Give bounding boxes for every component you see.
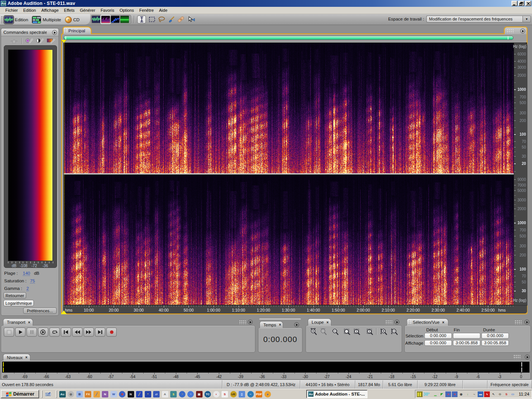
selvue-field-affichage-fin[interactable]: 3:00:05.858 xyxy=(453,340,480,346)
tray-pc-x2-icon[interactable]: × xyxy=(452,391,458,397)
play-button[interactable] xyxy=(15,328,25,337)
minimize-button[interactable] xyxy=(511,1,518,6)
quicklaunch-fdx-icon[interactable]: FX xyxy=(85,391,91,397)
scrub-tool[interactable] xyxy=(187,15,195,24)
hue-pen-icon[interactable] xyxy=(25,38,33,44)
tray-pc-x1-icon[interactable]: × xyxy=(445,391,451,397)
menu-affichage[interactable]: Affichage xyxy=(39,7,62,13)
tray-disk-green-icon[interactable]: ↓ xyxy=(465,391,470,397)
marquee-selection-tool[interactable] xyxy=(147,15,156,24)
stop-button[interactable] xyxy=(4,328,14,337)
quicklaunch-camera-red-icon[interactable]: ▣ xyxy=(196,391,203,397)
gradient-pen-icon[interactable] xyxy=(47,38,55,44)
transport-tab-close[interactable]: × xyxy=(28,320,30,325)
go-to-end-button[interactable] xyxy=(95,328,105,337)
quicklaunch-globe-orange-icon[interactable]: ◔ xyxy=(179,391,185,397)
horizontal-zoom-scrollbar[interactable] xyxy=(63,36,513,40)
transport-menu-button[interactable] xyxy=(248,320,253,325)
lasso-selection-tool[interactable] xyxy=(157,15,166,24)
quicklaunch-irfanview-icon[interactable]: ◖ xyxy=(213,391,220,397)
loupe-tab-close[interactable]: × xyxy=(326,320,329,325)
menu-options[interactable]: Options xyxy=(117,7,137,13)
selvue-field-affichage-debut[interactable]: 0:00.000 xyxy=(424,340,452,346)
menu-fentre[interactable]: Fenêtre xyxy=(137,7,157,13)
plage-value[interactable]: 140 xyxy=(23,271,30,276)
quicklaunch-globe-blue-icon[interactable]: ◔ xyxy=(187,391,194,397)
record-button[interactable] xyxy=(106,328,117,337)
level-meter[interactable] xyxy=(2,361,530,373)
menu-favoris[interactable]: Favoris xyxy=(98,7,117,13)
zoom-out-vertical-button[interactable] xyxy=(390,327,399,336)
tray-monitor-blue-icon[interactable]: ▬ xyxy=(478,391,483,397)
tray-lightning-red-icon[interactable]: ϟ xyxy=(484,391,490,397)
tray-cursor-spark-icon[interactable]: ↖ xyxy=(491,391,496,397)
fast-forward-button[interactable] xyxy=(84,328,94,337)
niveaux-tab-close[interactable]: × xyxy=(25,355,28,359)
time-selection-tool[interactable] xyxy=(137,15,146,24)
retourner-button[interactable]: Retourner xyxy=(3,292,26,299)
quicklaunch-adobe-audition-icon[interactable]: Au xyxy=(59,391,66,397)
prism-icon[interactable] xyxy=(10,38,18,44)
quicklaunch-media-player-icon[interactable]: ◕ xyxy=(264,391,271,397)
loupe-tab[interactable]: Loupe × xyxy=(308,318,331,326)
spectral-panel-header[interactable]: Commandes spectrales xyxy=(1,28,59,36)
rewind-button[interactable] xyxy=(72,328,82,337)
quicklaunch-starburst-icon[interactable]: * xyxy=(145,391,151,397)
restore-button[interactable] xyxy=(518,1,524,6)
temps-dock-gripper[interactable] xyxy=(259,318,301,320)
start-button[interactable]: Démarrer xyxy=(1,390,39,398)
quicklaunch-ticket-icon[interactable]: ▱ xyxy=(153,391,160,397)
zoom-out-horizontal-button[interactable] xyxy=(319,327,328,336)
loupe-menu-button[interactable] xyxy=(394,320,399,325)
quicklaunch-openoffice-icon[interactable]: ~ xyxy=(247,391,254,397)
tray-speaker-icon[interactable]: ◉ xyxy=(458,391,464,397)
zoom-to-selection-left-button[interactable] xyxy=(352,327,362,336)
preferences-button[interactable]: Préférences... xyxy=(23,307,57,314)
tray-flag-green-icon[interactable]: ◤ xyxy=(439,391,445,397)
contrast-pen-icon[interactable] xyxy=(36,38,44,44)
workspace-select[interactable]: Modification de l'espacement des fréquen… xyxy=(426,16,522,22)
channel-separator[interactable] xyxy=(64,173,514,175)
spectral-panel-menu-button[interactable] xyxy=(52,30,57,35)
zoom-in-vertical-button[interactable] xyxy=(379,327,389,336)
menu-effets[interactable]: Effets xyxy=(61,7,77,13)
quicklaunch-keyboard-icon[interactable] xyxy=(45,391,51,397)
tray-s2b-icon[interactable]: S xyxy=(504,391,509,397)
quicklaunch-calculator-icon[interactable]: ⊞ xyxy=(76,391,83,397)
time-display[interactable]: 0:00.000 xyxy=(258,335,302,344)
waveform-view-button[interactable] xyxy=(92,16,101,23)
selection-vue-tab-close[interactable]: × xyxy=(442,320,445,325)
spectral-view-button[interactable] xyxy=(101,16,110,23)
zoom-to-selection-button[interactable] xyxy=(342,327,352,336)
logarithmique-button[interactable]: Logarithmique xyxy=(3,300,34,306)
temps-tab[interactable]: Temps × xyxy=(260,321,283,328)
zoom-out-full-button[interactable] xyxy=(331,327,340,336)
quicklaunch-sbp-icon[interactable]: S xyxy=(222,391,228,397)
temps-menu-button[interactable] xyxy=(294,322,299,327)
quicklaunch-tv-money-icon[interactable]: $ xyxy=(170,391,177,397)
taskbar-handle[interactable] xyxy=(41,390,43,398)
zoom-in-horizontal-button[interactable] xyxy=(309,327,318,336)
cd-mode-button[interactable]: CD xyxy=(65,16,80,23)
menu-aide[interactable]: Aide xyxy=(157,7,170,13)
colormap-gradient[interactable] xyxy=(8,49,53,261)
selvue-field-selection-debut[interactable]: 0:00.000 xyxy=(424,333,452,339)
tab-principal[interactable]: Principal xyxy=(63,27,92,34)
menu-fichier[interactable]: Fichier xyxy=(3,7,21,13)
main-panel-menu-button[interactable] xyxy=(520,28,525,33)
menu-gnrer[interactable]: Générer xyxy=(77,7,98,13)
quicklaunch-pdf-icon[interactable]: PDF xyxy=(256,391,262,397)
multipiste-mode-button[interactable]: Multipiste xyxy=(32,16,61,24)
quicklaunch-a-frame-icon[interactable]: A xyxy=(162,391,168,397)
spot-healing-brush-tool[interactable] xyxy=(176,15,185,24)
playhead-marker-bottom[interactable] xyxy=(61,310,67,314)
spectrogram-right-channel[interactable] xyxy=(64,175,514,305)
quicklaunch-netscape-icon[interactable]: N xyxy=(128,391,134,397)
quicklaunch-pen-blue-icon[interactable]: ╱ xyxy=(136,391,142,397)
scrollbar-left-handle[interactable] xyxy=(65,36,66,40)
tray-cable-icon[interactable]: ¬ xyxy=(471,391,477,397)
colormap-editor[interactable]: dB-108-72-36 xyxy=(4,45,57,268)
edition-mode-button[interactable]: Edition xyxy=(4,16,28,24)
play-from-cursor-button[interactable] xyxy=(38,328,48,337)
gamma-value[interactable]: 2 xyxy=(27,286,29,291)
